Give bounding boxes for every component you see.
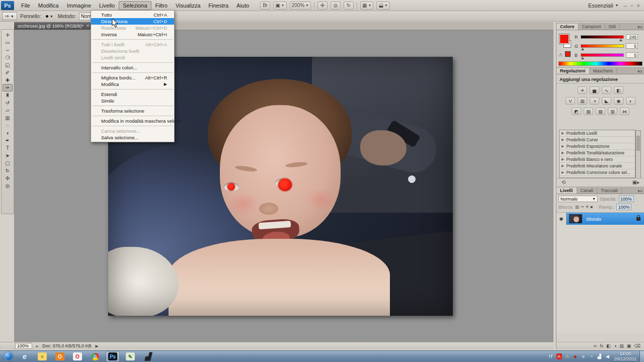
rotate-view-tool[interactable]: ↻ bbox=[3, 167, 13, 174]
curves-icon[interactable]: ∿ bbox=[602, 86, 611, 94]
menu-immagine[interactable]: Immagine bbox=[63, 1, 95, 10]
color-balance-icon[interactable]: ◑ bbox=[590, 97, 599, 105]
zoom-tool-icon[interactable]: ◎ bbox=[331, 2, 341, 10]
layer-blend-mode-select[interactable]: Normale ▼ bbox=[558, 196, 598, 202]
gradient-tool[interactable]: ▥ bbox=[3, 114, 13, 122]
warning-tray-icon[interactable]: ⚠ bbox=[565, 353, 570, 359]
color-spectrum-ramp[interactable] bbox=[558, 61, 642, 66]
opera-icon[interactable]: O bbox=[71, 352, 84, 361]
tab-maschere[interactable]: Maschere bbox=[590, 68, 617, 74]
new-layer-icon[interactable]: ▣ bbox=[627, 343, 631, 348]
web-color-cube-icon[interactable] bbox=[565, 51, 571, 57]
healing-brush-tool[interactable]: ✚ bbox=[3, 76, 13, 84]
red-tray-icon[interactable]: ◆ bbox=[573, 353, 578, 359]
panel-clip-icon[interactable]: ▣▸ bbox=[632, 179, 639, 185]
menu-item-tutto[interactable]: TuttoCtrl+A bbox=[91, 12, 174, 18]
volume-tray-icon[interactable]: ◀ bbox=[605, 353, 610, 359]
menu-item-modifica-in-modalit-maschera-veloce[interactable]: Modifica in modalità maschera veloce bbox=[91, 118, 174, 124]
preset-predefiniti-correzione-colore-sel[interactable]: ▶Predefiniti Correzione colore sel... bbox=[559, 169, 635, 176]
type-tool[interactable]: T bbox=[3, 144, 13, 152]
menu-visualizza[interactable]: Visualizza bbox=[172, 1, 204, 10]
sync-tray-icon[interactable]: ≡ bbox=[581, 353, 586, 359]
layer-mask-icon[interactable]: ◧ bbox=[606, 343, 611, 348]
panel-return-icon[interactable]: ⟲ bbox=[561, 179, 566, 185]
maximize-icon[interactable]: ▫ bbox=[631, 3, 633, 9]
channel-slider-r[interactable] bbox=[581, 35, 624, 39]
brightness-contrast-icon[interactable]: ☀ bbox=[578, 86, 587, 94]
menu-finestra[interactable]: Finestra bbox=[204, 1, 232, 10]
rotate-view-icon[interactable]: ↻ bbox=[344, 2, 354, 10]
exposure-icon[interactable]: ◧ bbox=[614, 86, 623, 94]
layer-style-icon[interactable]: fx bbox=[600, 343, 603, 348]
link-layers-icon[interactable]: ∞ bbox=[594, 343, 597, 348]
language-indicator[interactable]: IT bbox=[548, 353, 554, 359]
lasso-tool[interactable]: ∽ bbox=[3, 46, 13, 54]
menu-item-estendi[interactable]: Estendi bbox=[91, 91, 174, 98]
tab-stili[interactable]: Stili bbox=[605, 24, 620, 30]
slider-thumb[interactable] bbox=[581, 57, 584, 59]
preset-predefiniti-tonalit-saturazione[interactable]: ▶Predefiniti Tonalità/saturazione bbox=[559, 150, 635, 156]
tab-regolazioni[interactable]: Regolazioni bbox=[556, 68, 590, 74]
close-tab-icon[interactable]: × bbox=[87, 23, 90, 29]
menu-item-intervallo-colori[interactable]: Intervallo colori... bbox=[91, 64, 174, 71]
menu-item-deseleziona[interactable]: DeselezionaCtrl+D bbox=[91, 18, 174, 25]
layer-fill-field[interactable]: 100% bbox=[616, 204, 631, 210]
menu-item-salva-selezione[interactable]: Salva selezione... bbox=[91, 134, 174, 141]
hand-tool[interactable]: ✣ bbox=[3, 174, 13, 182]
channel-value-g[interactable]: 5 bbox=[626, 43, 638, 49]
minimize-icon[interactable]: – bbox=[624, 3, 627, 9]
show-desktop-button[interactable] bbox=[639, 351, 644, 362]
camera-icon[interactable]: ▟ bbox=[141, 352, 154, 361]
notepad-icon[interactable]: ✎ bbox=[124, 352, 137, 361]
selective-color-icon[interactable]: ⋈ bbox=[620, 108, 629, 115]
adobe-tray-icon[interactable]: A bbox=[556, 353, 562, 359]
channel-value-r[interactable]: 245 bbox=[626, 34, 638, 40]
panel-foreground-swatch[interactable] bbox=[559, 34, 569, 44]
blur-tool[interactable]: ◌ bbox=[3, 122, 13, 129]
levels-icon[interactable]: ▅ bbox=[590, 86, 599, 94]
menu-seleziona[interactable]: Seleziona bbox=[119, 1, 151, 10]
screen-mode-icon[interactable]: ⬓▼ bbox=[376, 2, 389, 10]
panel-menu-icon[interactable]: ▾≡ bbox=[635, 189, 644, 194]
office-icon[interactable]: O bbox=[53, 352, 66, 361]
menu-item-trasforma-selezione[interactable]: Trasforma selezione bbox=[91, 108, 174, 114]
view-extras-icon[interactable]: ▣▼ bbox=[273, 2, 286, 10]
history-brush-tool[interactable]: ↺ bbox=[3, 99, 13, 107]
menu-item-inversa[interactable]: InversaMaiusc+Ctrl+I bbox=[91, 31, 174, 38]
pen-tool[interactable]: ✒ bbox=[3, 137, 13, 144]
menu-livello[interactable]: Livello bbox=[95, 1, 119, 10]
start-button[interactable] bbox=[4, 352, 13, 361]
tab-canali[interactable]: Canali bbox=[577, 188, 598, 194]
photo-filter-icon[interactable]: ◉ bbox=[614, 97, 623, 105]
dodge-tool[interactable]: ◖ bbox=[3, 129, 13, 137]
sticky-notes-icon[interactable]: ≡ bbox=[36, 352, 49, 361]
channel-slider-g[interactable] bbox=[581, 44, 624, 48]
taskbar-clock[interactable]: 14:00 20/12/2011 bbox=[614, 351, 636, 361]
clone-stamp-tool[interactable]: ♜ bbox=[3, 92, 13, 99]
workspace-switcher[interactable]: Essenziali ▼ bbox=[585, 2, 621, 10]
lock-button-2[interactable]: ✛ bbox=[586, 205, 589, 209]
tab-livelli[interactable]: Livelli bbox=[556, 188, 577, 194]
preset-predefiniti-curve[interactable]: ▶Predefiniti Curve bbox=[559, 137, 635, 143]
brush-size-picker[interactable]: ▼ bbox=[44, 14, 55, 19]
marquee-tool[interactable]: ▭ bbox=[3, 39, 13, 46]
document-tab[interactable]: occhirossi.jpg @ 100% (RGB/8)* × bbox=[14, 22, 94, 30]
panel-menu-icon[interactable]: ▾≡ bbox=[635, 69, 644, 74]
hand-icon[interactable]: ✣ bbox=[317, 2, 328, 10]
lock-button-3[interactable]: ■ bbox=[590, 205, 593, 209]
preset-predefiniti-livelli[interactable]: ▶Predefiniti Livelli bbox=[559, 130, 635, 137]
lock-button-1[interactable]: ✑ bbox=[581, 205, 584, 209]
layer-row-background[interactable]: ◉ Sfondo bbox=[556, 213, 644, 225]
vibrance-icon[interactable]: V bbox=[566, 97, 575, 105]
menu-item-migliora-bordo[interactable]: Migliora bordo...Alt+Ctrl+R bbox=[91, 74, 174, 81]
update-tray-icon[interactable]: ◔ bbox=[589, 353, 594, 359]
preset-predefiniti-esposizione[interactable]: ▶Predefiniti Esposizione bbox=[559, 143, 635, 150]
invert-icon[interactable]: ◩ bbox=[572, 108, 581, 115]
close-icon[interactable]: × bbox=[637, 3, 640, 9]
adjustment-layer-icon[interactable]: ◑ bbox=[614, 343, 616, 348]
threshold-icon[interactable]: ▧ bbox=[596, 108, 605, 115]
posterize-icon[interactable]: ▨ bbox=[584, 108, 593, 115]
quick-selection-tool[interactable]: ❍ bbox=[3, 54, 13, 61]
path-selection-tool[interactable]: ➤ bbox=[3, 152, 13, 159]
channel-mixer-icon[interactable]: ◐ bbox=[626, 97, 635, 105]
